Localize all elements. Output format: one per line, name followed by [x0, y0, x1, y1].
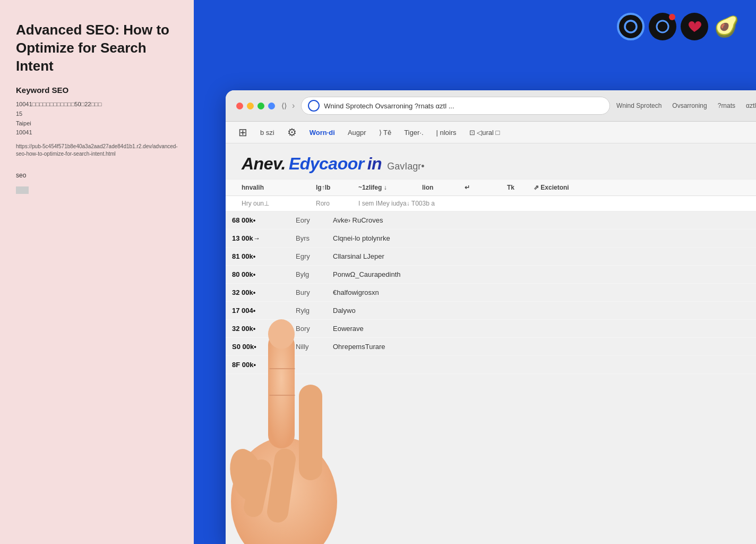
subh-col2: Roro: [316, 200, 358, 207]
table-row[interactable]: 17 004• Rylg Dalywo: [226, 302, 756, 320]
cell-kw-9: [327, 356, 756, 374]
th-col5[interactable]: ↵: [465, 184, 491, 191]
cell-volume-6: 17 004•: [226, 302, 289, 320]
th-intent[interactable]: lion: [422, 184, 465, 191]
content-title-3: in: [367, 154, 382, 174]
cell-diff-6: Rylg: [289, 302, 327, 320]
nav-item-bszi[interactable]: b szi: [260, 129, 274, 137]
toolbar-tab-1[interactable]: Wnind Sprotech: [616, 102, 662, 109]
table-row[interactable]: 32 00k• Bory Eowerave: [226, 320, 756, 338]
cell-kw-8: OhrepemsTurare: [327, 338, 756, 356]
cell-kw-5: €halfowigrosxn: [327, 284, 756, 302]
th-volume[interactable]: lg↑lb: [316, 184, 358, 191]
cell-kw-3: Cllarsinal LJeper: [327, 248, 756, 266]
traffic-lights: [236, 103, 275, 109]
cell-diff-2: Byrs: [289, 230, 327, 248]
table-row[interactable]: 8F 00k•: [226, 356, 756, 374]
nav-arrows[interactable]: ⟨⟩ ›: [281, 101, 295, 110]
content-subtitle: GavIagr•: [387, 161, 424, 172]
toolbar-tab-2[interactable]: Ovsarroning: [672, 102, 707, 109]
subh-col1: Hry oun⊥: [242, 200, 316, 207]
table-row[interactable]: 13 00k→ Byrs Clqnei-lo ptolynrke: [226, 230, 756, 248]
cell-kw-7: Eowerave: [327, 320, 756, 338]
icon-heart: [681, 13, 708, 40]
th-difficulty[interactable]: ~1zlifeg ↓: [358, 184, 422, 191]
seo-tag: seo: [16, 172, 178, 179]
top-icons: 🥑: [617, 11, 740, 42]
keyword-label: Keyword SEO: [16, 86, 178, 95]
table-row[interactable]: 80 00k• Bylg PonwΩ_Caurapedinth: [226, 266, 756, 284]
back-icon[interactable]: ⟨⟩: [281, 101, 287, 110]
browser-nav: ⊞ b szi ⚙ Worn·di Augpr ⟩ Tē Tiger·. | n…: [226, 122, 756, 143]
cell-diff-5: Bury: [289, 284, 327, 302]
nav-item-tiger[interactable]: Tiger·.: [404, 129, 423, 137]
right-panel: 🥑 ⟨⟩ › Wnind Sprotech Ovsarroning ?rn: [194, 0, 756, 544]
cell-volume-1: 68 00k•: [226, 211, 289, 230]
url-text: Wnind Sprotech Ovsarroning ?rnats αztl .…: [324, 102, 454, 110]
cell-diff-9: [289, 356, 327, 374]
browser-toolbar: ⟨⟩ › Wnind Sprotech Ovsarroning ?rnats α…: [226, 90, 756, 122]
nav-item-augpr[interactable]: Augpr: [348, 129, 366, 137]
cell-diff-3: Egry: [289, 248, 327, 266]
icon-red-dot: [649, 13, 676, 40]
traffic-light-blue[interactable]: [268, 103, 275, 109]
browser-icon: [308, 100, 320, 112]
forward-icon[interactable]: ›: [292, 101, 295, 110]
article-title: Advanced SEO: How to Optimize for Search…: [16, 21, 178, 75]
cell-kw-6: Dalywo: [327, 302, 756, 320]
left-panel: Advanced SEO: How to Optimize for Search…: [0, 0, 194, 544]
cell-volume-5: 32 00k•: [226, 284, 289, 302]
cell-diff-7: Bory: [289, 320, 327, 338]
nav-item-ural[interactable]: ⊡ ◁ural □: [469, 129, 500, 137]
subh-col3: I sem IMey iudya↓ T003b a: [358, 200, 751, 207]
cell-volume-9: 8F 00k•: [226, 356, 289, 374]
meta-line-1: 10041□□□□□□□□□□□□50□22□□□: [16, 100, 178, 109]
meta-line-2: 15: [16, 109, 178, 119]
article-url: https://pub-5c454f571b8e40a3a2aad27ade84…: [16, 143, 178, 158]
icon-circle-outline: [617, 13, 645, 40]
tag-box: [16, 186, 29, 194]
toolbar-tab-4[interactable]: αztl: [746, 102, 756, 109]
toolbar-tab-3[interactable]: ?rnats: [718, 102, 735, 109]
content-title-1: Anev.: [242, 154, 286, 174]
table-row[interactable]: 32 00k• Bury €halfowigrosxn: [226, 284, 756, 302]
cell-kw-2: Clqnei-lo ptolynrke: [327, 230, 756, 248]
url-bar[interactable]: Wnind Sprotech Ovsarroning ?rnats αztl .…: [301, 97, 610, 115]
cell-volume-3: 81 00k•: [226, 248, 289, 266]
table-header-row: hnvalih lg↑lb ~1zlifeg ↓ lion ↵ Tk ⇗ Exc…: [226, 180, 756, 196]
meta-info: 10041□□□□□□□□□□□□50□22□□□ 15 Taipei 1004…: [16, 100, 178, 137]
th-col7[interactable]: Tk: [507, 184, 534, 191]
browser-window: ⟨⟩ › Wnind Sprotech Ovsarroning ?rnats α…: [226, 90, 756, 544]
nav-item-nloirs[interactable]: | nloirs: [436, 129, 457, 137]
traffic-light-red[interactable]: [236, 103, 243, 109]
svg-point-1: [657, 21, 668, 32]
cell-kw-1: Avke› RuCroves: [327, 211, 756, 230]
nav-item-wormdi[interactable]: Worn·di: [310, 129, 335, 137]
table-subheader: Hry oun⊥ Roro I sem IMey iudya↓ T003b a: [226, 196, 756, 211]
svg-point-0: [625, 21, 637, 32]
icon-avocado: 🥑: [712, 11, 740, 42]
th-col8[interactable]: ⇗ Excietoni: [534, 184, 597, 191]
meta-line-4: 10041: [16, 128, 178, 138]
table-row[interactable]: 68 00k• Eory Avke› RuCroves: [226, 211, 756, 230]
traffic-light-green[interactable]: [257, 103, 264, 109]
cell-volume-8: S0 00k•: [226, 338, 289, 356]
cell-volume-7: 32 00k•: [226, 320, 289, 338]
cell-diff-4: Bylg: [289, 266, 327, 284]
content-title-2: Edycaoor: [289, 154, 364, 174]
table-row[interactable]: 81 00k• Egry Cllarsinal LJeper: [226, 248, 756, 266]
cell-diff-8: Nilly: [289, 338, 327, 356]
browser-content: Anev. Edycaoor in GavIagr• hnvalih lg↑lb…: [226, 143, 756, 544]
nav-icon-grid[interactable]: ⊞: [238, 126, 247, 139]
nav-icon-settings[interactable]: ⚙: [287, 126, 297, 139]
traffic-light-yellow[interactable]: [247, 103, 254, 109]
table-row[interactable]: S0 00k• Nilly OhrepemsTurare: [226, 338, 756, 356]
th-keyword[interactable]: hnvalih: [242, 184, 316, 191]
cell-volume-2: 13 00k→: [226, 230, 289, 248]
meta-line-3: Taipei: [16, 119, 178, 129]
data-table: 68 00k• Eory Avke› RuCroves 13 00k→ Byrs…: [226, 211, 756, 374]
cell-diff-1: Eory: [289, 211, 327, 230]
nav-item-te[interactable]: ⟩ Tē: [379, 129, 392, 137]
cell-kw-4: PonwΩ_Caurapedinth: [327, 266, 756, 284]
cell-volume-4: 80 00k•: [226, 266, 289, 284]
